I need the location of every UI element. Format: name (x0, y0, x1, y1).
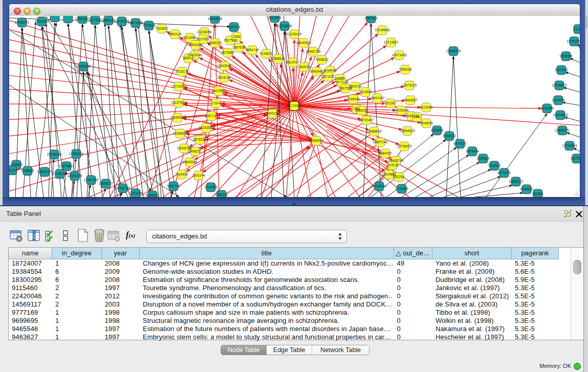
svg-text:16782759: 16782759 (116, 186, 130, 190)
svg-text:17004: 17004 (211, 101, 221, 105)
svg-text:1615132: 1615132 (386, 163, 399, 167)
svg-text:1624554: 1624554 (359, 90, 372, 94)
svg-text:10688609: 10688609 (367, 129, 382, 133)
svg-text:252254: 252254 (393, 175, 404, 179)
svg-text:13218506: 13218506 (277, 24, 292, 28)
svg-text:16648784: 16648784 (446, 49, 461, 53)
svg-text:9242848: 9242848 (218, 64, 231, 68)
svg-text:9699695: 9699695 (420, 121, 433, 125)
svg-text:2603144: 2603144 (217, 76, 231, 79)
svg-text:15751024: 15751024 (567, 39, 580, 43)
svg-text:8427552: 8427552 (212, 89, 225, 93)
svg-text:9777169: 9777169 (335, 80, 349, 84)
svg-text:18724007: 18724007 (287, 104, 302, 107)
svg-text:8186323: 8186323 (208, 41, 222, 45)
svg-text:19384554: 19384554 (309, 139, 324, 142)
svg-text:9329966: 9329966 (559, 54, 573, 58)
svg-text:2935114: 2935114 (477, 157, 490, 160)
svg-text:15692971: 15692971 (555, 128, 570, 132)
svg-text:12942737: 12942737 (37, 170, 52, 173)
svg-text:20053346: 20053346 (76, 64, 91, 68)
svg-text:20691406: 20691406 (35, 19, 50, 23)
svg-text:12975115: 12975115 (402, 83, 417, 87)
svg-text:1435061: 1435061 (10, 163, 23, 166)
svg-text:16107553: 16107553 (171, 101, 186, 104)
svg-text:18807249: 18807249 (373, 140, 388, 144)
svg-text:19166825: 19166825 (173, 132, 188, 135)
svg-text:16033809: 16033809 (208, 17, 223, 20)
svg-text:1588520: 1588520 (272, 57, 285, 60)
svg-text:16671355: 16671355 (128, 21, 143, 25)
svg-text:6466160: 6466160 (102, 18, 115, 22)
svg-text:11353594: 11353594 (199, 126, 214, 129)
svg-text:10120746: 10120746 (389, 159, 404, 162)
svg-text:10973493: 10973493 (392, 53, 407, 57)
svg-text:3215958: 3215958 (540, 106, 554, 110)
svg-text:19756923: 19756923 (397, 144, 412, 148)
svg-text:11325419: 11325419 (287, 32, 302, 36)
svg-text:1716485: 1716485 (204, 185, 217, 189)
svg-text:16961758: 16961758 (306, 50, 321, 53)
svg-text:8938923: 8938923 (443, 134, 456, 138)
svg-text:924501: 924501 (532, 192, 543, 195)
svg-text:14136141: 14136141 (372, 184, 387, 188)
svg-text:2890225: 2890225 (266, 112, 279, 115)
svg-text:10807487: 10807487 (370, 96, 385, 100)
svg-text:8960124: 8960124 (168, 32, 182, 36)
svg-text:1733426: 1733426 (395, 187, 408, 190)
svg-text:20206536: 20206536 (47, 152, 62, 156)
svg-text:16210643: 16210643 (553, 113, 568, 117)
svg-text:16809948: 16809948 (183, 160, 198, 164)
svg-text:1156819: 1156819 (21, 169, 34, 172)
svg-text:17145193: 17145193 (53, 172, 68, 176)
svg-text:12213369: 12213369 (171, 84, 186, 88)
svg-text:23975867: 23975867 (59, 164, 74, 168)
svg-text:19463627: 19463627 (403, 98, 418, 102)
svg-text:9327505: 9327505 (196, 37, 209, 41)
svg-text:12323466: 12323466 (128, 191, 143, 195)
svg-text:12505135: 12505135 (68, 174, 82, 178)
svg-text:989011: 989011 (183, 56, 194, 60)
svg-text:39154: 39154 (9, 168, 17, 172)
svg-text:10654112: 10654112 (509, 180, 524, 183)
svg-text:9245652: 9245652 (520, 187, 533, 191)
svg-text:19654923: 19654923 (400, 129, 415, 133)
svg-text:3498222: 3498222 (188, 149, 202, 153)
svg-text:16543362: 16543362 (188, 43, 203, 47)
svg-text:17016504: 17016504 (562, 144, 577, 147)
svg-text:1244415: 1244415 (552, 98, 565, 102)
svg-text:10154808: 10154808 (375, 28, 390, 32)
svg-text:10958107: 10958107 (99, 182, 114, 185)
svg-text:7625402: 7625402 (175, 172, 188, 176)
svg-text:12093872: 12093872 (552, 83, 567, 87)
svg-text:7163822: 7163822 (155, 27, 168, 30)
svg-text:8267110: 8267110 (205, 114, 218, 118)
svg-text:8471676: 8471676 (497, 171, 511, 174)
svg-text:13226058: 13226058 (197, 30, 212, 34)
svg-text:8990448: 8990448 (310, 70, 323, 73)
svg-text:15720407: 15720407 (359, 118, 374, 122)
svg-text:9227342: 9227342 (555, 68, 568, 72)
svg-text:2036448: 2036448 (346, 97, 360, 101)
svg-text:14055721: 14055721 (15, 20, 30, 24)
svg-text:1640954: 1640954 (430, 128, 444, 132)
svg-text:9115460: 9115460 (420, 105, 433, 109)
svg-text:7957224: 7957224 (227, 25, 241, 29)
svg-text:7632621: 7632621 (488, 164, 501, 167)
svg-text:1486322: 1486322 (355, 108, 368, 112)
svg-text:17359924: 17359924 (69, 152, 84, 156)
svg-text:2087662: 2087662 (364, 16, 378, 20)
svg-text:8454749: 8454749 (246, 48, 259, 52)
svg-text:10853267: 10853267 (75, 17, 90, 20)
svg-text:9457791: 9457791 (167, 184, 180, 188)
svg-text:2718176: 2718176 (176, 70, 189, 73)
svg-text:62160: 62160 (386, 101, 395, 105)
svg-text:18640910: 18640910 (296, 41, 311, 45)
svg-text:8813054: 8813054 (268, 16, 281, 19)
svg-text:1362635: 1362635 (297, 65, 311, 69)
svg-text:1621022: 1621022 (321, 75, 335, 78)
svg-text:12213967: 12213967 (384, 40, 399, 44)
svg-text:8822037: 8822037 (286, 60, 299, 64)
svg-text:1167533: 1167533 (571, 157, 580, 160)
svg-text:2546: 2546 (233, 35, 241, 38)
